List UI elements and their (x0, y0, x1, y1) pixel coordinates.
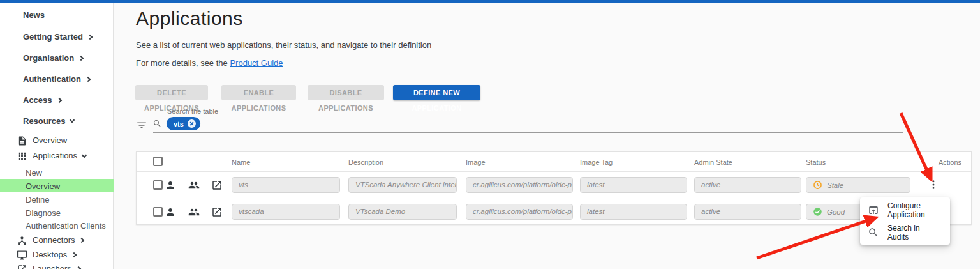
page-title: Applications (136, 8, 243, 29)
enable-applications-button[interactable]: ENABLE APPLICATIONS (221, 85, 296, 100)
chevron-down-icon (70, 118, 75, 123)
group-icon[interactable] (188, 180, 200, 191)
sidebar-item-access[interactable]: Access (0, 93, 114, 106)
search-input-label: Search the table (167, 107, 218, 115)
chevron-right-icon (85, 77, 91, 82)
search-icon (868, 227, 879, 238)
chevron-down-icon (82, 152, 87, 157)
page-subtitle: See a list of current web applications, … (136, 40, 431, 50)
row-checkbox[interactable] (153, 207, 163, 217)
applications-table: Name Description Image Image Tag Admin S… (136, 151, 972, 225)
cancel-icon[interactable] (188, 119, 196, 128)
sidebar: News Getting Started Organisation Authen… (0, 0, 114, 269)
document-icon (17, 135, 27, 146)
delete-applications-button[interactable]: DELETE APPLICATIONS (135, 85, 208, 100)
launch-icon (17, 264, 27, 269)
column-header-description[interactable]: Description (348, 158, 383, 166)
sidebar-item-organisation[interactable]: Organisation (0, 51, 114, 64)
image-tag-field[interactable]: latest (580, 204, 687, 220)
column-header-image-tag[interactable]: Image Tag (580, 158, 612, 166)
row-checkbox[interactable] (153, 180, 163, 190)
description-field[interactable]: VTscada Demo (348, 204, 457, 220)
open-in-browser-icon (868, 204, 879, 216)
person-icon[interactable] (165, 206, 176, 218)
details-line: For more details, see the Product Guide (136, 58, 283, 68)
description-field[interactable]: VTScada Anywhere Client interface (348, 177, 457, 193)
open-in-new-icon[interactable] (211, 180, 223, 191)
column-header-name[interactable]: Name (232, 158, 250, 166)
table-header-row: Name Description Image Image Tag Admin S… (137, 152, 971, 172)
chevron-right-icon (56, 98, 61, 103)
search-filter-chip[interactable]: vts (167, 117, 200, 130)
details-prefix: For more details, see the (136, 58, 228, 68)
sidebar-item-applications[interactable]: Applications (0, 150, 114, 162)
image-field[interactable]: cr.agilicus.com/platform/oidc-proxy (466, 177, 573, 193)
sidebar-item-connectors[interactable]: Connectors (0, 234, 114, 247)
filter-list-icon[interactable] (136, 119, 147, 131)
admin-state-field[interactable]: active (694, 204, 801, 220)
device-hub-icon (17, 235, 27, 246)
column-header-image[interactable]: Image (466, 158, 486, 166)
sidebar-item-applications-diagnose[interactable]: Diagnose (0, 206, 114, 219)
person-icon[interactable] (165, 180, 176, 191)
menu-item-search-in-audits[interactable]: Search in Audits (860, 221, 950, 243)
sidebar-item-resources-overview[interactable]: Overview (0, 134, 114, 147)
sidebar-item-authentication-clients[interactable]: Authentication Clients (0, 219, 114, 232)
table-row: vts VTScada Anywhere Client interface cr… (137, 172, 971, 199)
define-new-application-button[interactable]: DEFINE NEW APPLICATION (393, 85, 480, 100)
chevron-right-icon (87, 35, 93, 40)
sidebar-item-authentication[interactable]: Authentication (0, 72, 114, 85)
table-row: vtscada VTscada Demo cr.agilicus.com/pla… (137, 199, 971, 226)
sidebar-item-resources[interactable]: Resources (0, 114, 114, 127)
column-header-status[interactable]: Status (806, 158, 826, 166)
sidebar-item-applications-new[interactable]: New (0, 166, 114, 179)
disable-applications-button[interactable]: DISABLE APPLICATIONS (308, 85, 384, 100)
sidebar-item-launchers[interactable]: Launchers (0, 263, 114, 269)
menu-item-label: Search in Audits (887, 224, 942, 242)
menu-item-configure-application[interactable]: Configure Application (860, 199, 950, 221)
status-text: Good (827, 208, 845, 216)
name-field[interactable]: vtscada (232, 204, 340, 220)
menu-item-label: Configure Application (887, 201, 942, 219)
admin-state-field[interactable]: active (694, 177, 801, 193)
image-field[interactable]: cr.agilicus.com/platform/oidc-proxy (466, 204, 573, 220)
group-icon[interactable] (188, 206, 200, 218)
select-all-checkbox[interactable] (153, 157, 163, 166)
top-accent-bar (0, 0, 980, 3)
search-input[interactable] (153, 132, 903, 133)
image-tag-field[interactable]: latest (580, 177, 687, 193)
product-guide-link[interactable]: Product Guide (230, 58, 283, 68)
sidebar-item-applications-define[interactable]: Define (0, 193, 114, 206)
chevron-right-icon (75, 266, 80, 269)
check-circle-icon (813, 207, 822, 217)
clock-icon (813, 180, 822, 190)
desktop-icon (17, 250, 27, 261)
chevron-right-icon (71, 252, 77, 257)
sidebar-item-getting-started[interactable]: Getting Started (0, 30, 114, 43)
open-in-new-icon[interactable] (211, 206, 223, 218)
chevron-right-icon (79, 237, 84, 242)
sidebar-item-news[interactable]: News (0, 8, 114, 21)
sidebar-item-applications-overview[interactable]: Overview (0, 179, 114, 192)
row-actions-menu: Configure Application Search in Audits (860, 197, 950, 245)
row-actions-more-vert-icon[interactable] (926, 178, 940, 193)
column-header-admin-state[interactable]: Admin State (694, 158, 732, 166)
page: News Getting Started Organisation Authen… (0, 0, 980, 269)
status-text: Stale (827, 181, 843, 189)
sidebar-item-desktops[interactable]: Desktops (0, 249, 114, 261)
status-field: Stale (806, 177, 910, 193)
name-field[interactable]: vts (232, 177, 340, 193)
chevron-right-icon (78, 56, 84, 61)
search-icon (152, 119, 162, 128)
apps-grid-icon (17, 151, 27, 162)
chip-label: vts (174, 120, 184, 128)
column-header-actions: Actions (939, 158, 961, 166)
